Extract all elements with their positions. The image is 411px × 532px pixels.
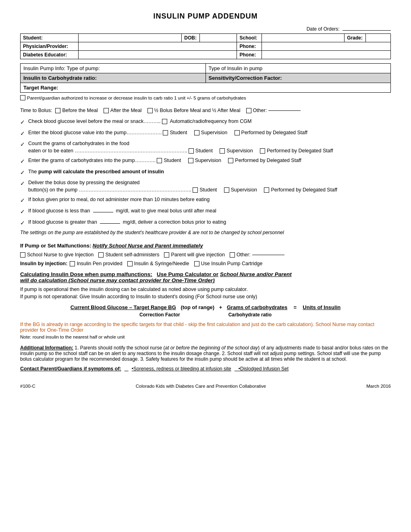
parent-auth-checkbox[interactable] [20,95,25,100]
checkmark-8: ✓ [20,208,25,216]
other-inject-opt: Other: [230,252,284,258]
phone-value[interactable] [262,42,391,51]
check-text-1: Check blood glucose level before the mea… [28,118,391,125]
bolus-before-checkbox[interactable] [55,108,60,113]
header-table: Student: DOB: School: Grade: Physician/P… [20,33,391,59]
diabetes-value[interactable] [78,51,237,59]
checkmark-2: ✓ [20,130,25,138]
dob-label: DOB: [182,34,200,42]
calc-line2: If pump is not operational: Give Insulin… [20,294,391,299]
bg-student-chk[interactable] [163,130,168,135]
deliver-supervision-chk[interactable] [224,187,229,193]
footer-date: March 2016 [366,384,391,389]
other-inject-chk[interactable] [230,252,235,258]
calc-section-header: Calculating Insulin Dose when pump malfu… [20,271,391,283]
enter-delegated-chk[interactable] [228,158,233,163]
additional-label: Additional Information: [20,345,73,351]
formula-carbs: Grams of carbohydrates [227,304,287,310]
cartridge-opt: Use Insulin Pump Cartridge [194,261,263,266]
checkmark-6: ✓ [20,180,25,188]
pen-opt: Insulin Pen provided [70,261,122,266]
ic-ratio-label: Insulin to Carbohydrate ratio: [21,73,206,83]
deliver-student-chk[interactable] [193,187,198,193]
check-item-7: ✓ If bolus given prior to meal, do not a… [20,196,391,205]
dob-value[interactable] [200,34,237,42]
grade-label: Grade: [345,34,366,42]
date-of-orders: Date of Orders: [20,26,391,32]
contact-label: Contact Parent/Guardians if symptoms of: [20,366,121,372]
phone-label: Phone: [237,42,262,51]
syringe-chk[interactable] [127,261,133,266]
check-item-8: ✓ If blood glucose is less than mg/dl, w… [20,208,391,216]
bolus-before-meal: Before the Meal [55,108,98,113]
student-value[interactable] [78,34,182,42]
bolus-before-label: Before the Meal [62,108,98,113]
formula-bg: Current Blood Glucose – Target Range BG [71,304,176,310]
formula-correction: Correction Factor [139,312,180,318]
enter-student-chk[interactable] [157,158,162,163]
check-item-5: ✓ The pump will calculate the prescribed… [20,168,391,177]
calc-underline: Calculating Insulin Dose when pump malfu… [20,271,152,277]
injection-options-row: School Nurse to give Injection Student s… [20,252,391,258]
check-text-3: Count the grams of carbohydrates in the … [28,140,391,154]
carb-supervision-chk[interactable] [220,148,225,154]
parent-inject-label: Parent will give injection [171,252,224,258]
carb-student-chk[interactable] [189,148,194,154]
bolus-after-meal: After the Meal [104,108,142,113]
parent-auth-text: Parent/guardian authorized to increase o… [27,96,246,100]
additional-text: 1. Parents should notify the school nurs… [20,345,388,362]
diabetes-label: Diabetes Educator: [21,51,79,59]
pen-label: Insulin Pen provided [77,261,122,266]
grade-value[interactable] [366,34,391,42]
bolus-half-checkbox[interactable] [147,108,153,113]
insulin-type-row: Insulin by injection: Insulin Pen provid… [20,261,391,266]
checkmark-4: ✓ [20,158,25,166]
cartridge-label: Use Insulin Pump Cartridge [201,261,263,266]
target-range-label: Target Range: [21,83,391,93]
check-item-2: ✓ Enter the blood glucose value into the… [20,129,391,138]
bg-orange-note: If the BG is already in range according … [20,322,391,333]
footer: #100-C Colorado Kids with Diabetes Care … [20,384,391,389]
checkmark-1: ✓ [20,118,25,127]
parent-inject-chk[interactable] [164,252,169,258]
deliver-delegated-chk[interactable] [264,187,269,193]
check-text-4: Enter the grams of carbohydrates into th… [28,157,391,164]
pump-calc-bold: pump will calculate the prescribed amoun… [38,169,164,175]
nurse-inject-chk[interactable] [20,252,25,258]
cartridge-chk[interactable] [194,261,199,266]
bg-delegated-chk[interactable] [235,130,240,135]
check-item-9: ✓ If blood glucose is greater than mg/dl… [20,219,391,227]
check-item-4: ✓ Enter the grams of carbohydrates into … [20,157,391,166]
parent-inject-opt: Parent will give injection [164,252,224,258]
check-text-8: If blood glucose is less than mg/dl, wai… [28,208,391,215]
bolus-after-checkbox[interactable] [104,108,109,113]
calc-line1: If pump is operational then the insulin … [20,287,391,292]
bg-supervision-chk[interactable] [194,130,199,135]
carb-delegated-chk[interactable] [260,148,265,154]
pen-chk[interactable] [70,261,75,266]
cgm-checkbox[interactable] [162,119,167,124]
phone2-label: Phone: [237,51,262,59]
enter-supervision-chk[interactable] [188,158,193,163]
formula-block: Current Blood Glucose – Target Range BG … [20,304,391,318]
pump-info-label: Insulin Pump Info: Type of pump: [21,64,206,73]
nurse-inject-label: School Nurse to give Injection [27,252,93,258]
checkmark-5: ✓ [20,169,25,177]
school-value[interactable] [262,34,345,42]
phone2-value[interactable] [262,51,391,59]
bolus-half: ½ Bolus Before Meal and ½ After Meal [147,108,241,113]
page-title: INSULIN PUMP ADDENDUM [20,12,391,21]
physician-value[interactable] [78,42,237,51]
physician-label: Physician/Provider: [21,42,79,51]
student-self-chk[interactable] [98,252,104,258]
checkmark-9: ✓ [20,219,25,227]
calc-will-do: will do calculation (School nurse may co… [20,277,215,283]
bolus-other-checkbox[interactable] [246,108,251,113]
formula-equals: = [291,304,299,310]
form-number: #100-C [20,384,35,389]
contact-item-2: •Dislodged Infusion Set [235,366,289,372]
italic-note: The settings on the pump are established… [20,230,391,235]
contact-line: Contact Parent/Guardians if symptoms of:… [20,366,391,372]
formula-sub: Correction Factor Carbohydrate ratio [20,312,391,318]
malfunction-header: If Pump or Set Malfunctions: Notify Scho… [20,243,391,249]
